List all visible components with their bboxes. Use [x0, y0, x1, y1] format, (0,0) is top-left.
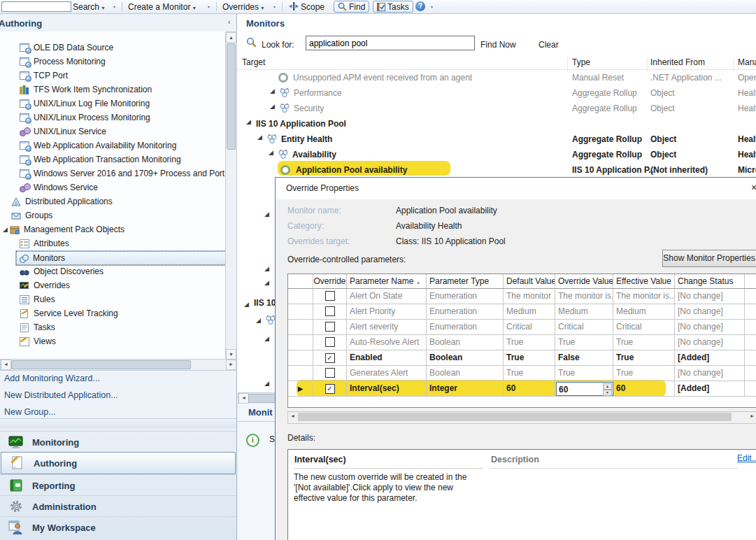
param-row-enabled[interactable]: ✓ EnabledBoolean TrueFalse True[Added]: [288, 350, 756, 366]
column-parameter-name[interactable]: Parameter Name ▲: [347, 274, 427, 288]
sidebar-item-process-monitoring[interactable]: Process Monitoring: [0, 55, 225, 69]
scrollbar-thumb[interactable]: [11, 360, 191, 369]
monitor-row-security[interactable]: ◢ Security Aggregate Rollup Object Healt: [237, 101, 756, 116]
spin-up-icon[interactable]: ▲: [603, 383, 612, 390]
param-row-auto-resolve-alert[interactable]: Auto-Resolve AlertBoolean TrueTrue True[…: [288, 335, 756, 350]
monitor-group-iis10-app-pool[interactable]: ◢ IIS 10 Application Pool: [237, 116, 756, 132]
column-inherited-from[interactable]: Inherited From: [650, 57, 705, 67]
monitor-row-unsupported-apm[interactable]: Unsupported APM event received from an a…: [237, 70, 756, 85]
column-management-pack[interactable]: Mana: [738, 57, 756, 67]
param-row-alert-priority[interactable]: Alert PriorityEnumeration MediumMedium M…: [288, 304, 756, 320]
help-icon[interactable]: ?: [415, 1, 425, 11]
scroll-left-icon[interactable]: ◄: [1, 360, 11, 370]
sidebar-item-unix-log-file[interactable]: UNIX/Linux Log File Monitoring: [0, 97, 225, 111]
tasks-page-icon: [20, 323, 29, 332]
sidebar-item-service-level-tracking[interactable]: Service Level Tracking: [0, 306, 225, 320]
scroll-up-icon[interactable]: ▲: [226, 32, 236, 43]
sidebar-item-tasks[interactable]: Tasks: [0, 320, 225, 334]
sidebar-item-overrides[interactable]: Overrides: [0, 278, 225, 292]
param-row-alert-severity[interactable]: Alert severityEnumeration CriticalCritic…: [288, 320, 756, 335]
override-checkbox-checked[interactable]: ✓: [325, 353, 335, 363]
sidebar-item-tfs-work-item-sync[interactable]: TFS Work Item Synchronization: [0, 83, 225, 97]
sidebar-item-views[interactable]: Views: [0, 334, 225, 348]
sidebar-item-win-server-2016[interactable]: Windows Server 2016 and 1709+ Process an…: [0, 166, 225, 180]
param-row-alert-on-state[interactable]: Alert On StateEnumeration The monitor ..…: [288, 289, 756, 304]
sidebar-item-unix-process[interactable]: UNIX/Linux Process Monitoring: [0, 111, 225, 125]
column-override[interactable]: Override: [313, 274, 347, 288]
sidebar-item-unix-service[interactable]: UNIX/Linux Service: [0, 125, 225, 138]
override-checkbox[interactable]: [325, 306, 335, 316]
override-checkbox[interactable]: [325, 322, 335, 332]
sidebar-item-management-pack-objects[interactable]: ◢Management Pack Objects: [0, 222, 225, 236]
show-monitor-properties-button[interactable]: Show Monitor Properties...: [662, 250, 756, 267]
nav-reporting[interactable]: Reporting: [0, 474, 236, 496]
monitor-row-entity-health[interactable]: ◢ Entity Health Aggregate Rollup Object …: [237, 132, 756, 147]
add-monitoring-wizard-link[interactable]: Add Monitoring Wizard...: [4, 374, 100, 383]
list-horizontal-scrollbar[interactable]: ◄: [238, 392, 279, 404]
find-button[interactable]: Find: [334, 1, 369, 13]
scroll-left-icon[interactable]: ◄: [290, 413, 295, 418]
monitor-row-application-pool-availability[interactable]: Application Pool availability IIS 10 App…: [237, 162, 756, 178]
column-target[interactable]: Target: [242, 57, 265, 67]
scroll-left-icon[interactable]: ◄: [238, 393, 249, 404]
sidebar-item-windows-service[interactable]: Windows Service: [0, 180, 225, 194]
sidebar-item-object-discoveries[interactable]: Object Discoveries: [0, 264, 225, 278]
nav-administration[interactable]: Administration: [0, 495, 236, 517]
search-menu[interactable]: Search ▾: [73, 2, 104, 12]
spin-down-icon[interactable]: ▼: [603, 390, 612, 396]
new-group-link[interactable]: New Group...: [4, 407, 56, 417]
param-row-interval-sec[interactable]: ▶ ✓ Interval(sec)Integer 60 60[Added]: [288, 381, 756, 397]
column-change-status[interactable]: Change Status: [675, 274, 745, 288]
toolbar-overflow-icon[interactable]: ▾: [113, 4, 115, 9]
sidebar-item-distributed-applications[interactable]: Distributed Applications: [0, 194, 225, 208]
find-now-button[interactable]: Find Now: [480, 40, 516, 50]
toolbar-overflow-icon[interactable]: ▾: [431, 4, 433, 9]
scroll-down-icon[interactable]: ▼: [226, 349, 236, 360]
scroll-right-icon[interactable]: ►: [226, 360, 236, 370]
sidebar-item-groups[interactable]: Groups: [0, 208, 225, 222]
sidebar-item-rules[interactable]: Rules: [0, 292, 225, 306]
column-default-value[interactable]: Default Value: [504, 274, 555, 288]
tree-vertical-scrollbar[interactable]: ▲ ▼: [225, 31, 237, 360]
nav-my-workspace[interactable]: My Workspace: [0, 516, 236, 538]
sidebar-item-web-app-transaction[interactable]: Web Application Transaction Monitoring: [0, 152, 225, 166]
column-parameter-type[interactable]: Parameter Type: [427, 274, 504, 288]
column-type[interactable]: Type: [572, 57, 590, 67]
nav-monitoring[interactable]: Monitoring: [0, 431, 236, 453]
sidebar-item-ole-db-data-source[interactable]: OLE DB Data Source: [0, 41, 225, 55]
close-icon[interactable]: ×: [751, 182, 756, 193]
look-for-input[interactable]: [306, 36, 475, 50]
sidebar-item-web-app-availability[interactable]: Web Application Availability Monitoring: [0, 138, 225, 152]
scope-button[interactable]: Scope: [301, 2, 324, 12]
scroll-right-icon[interactable]: ►: [750, 413, 755, 418]
scrollbar-thumb[interactable]: [248, 394, 278, 403]
override-checkbox-checked[interactable]: ✓: [325, 384, 335, 394]
param-row-generates-alert[interactable]: Generates AlertBoolean TrueTrue True[No …: [288, 366, 756, 381]
tasks-button[interactable]: Tasks: [373, 1, 413, 13]
sidebar-item-attributes[interactable]: Attributes: [0, 236, 225, 250]
toolbar-search-input[interactable]: [1, 1, 71, 12]
nav-authoring[interactable]: Authoring: [1, 452, 236, 474]
scrollbar-thumb[interactable]: [227, 43, 236, 150]
column-override-value[interactable]: Override Value: [555, 274, 613, 288]
override-checkbox[interactable]: [325, 291, 335, 301]
clear-button[interactable]: Clear: [539, 40, 559, 50]
edit-link[interactable]: Edit...: [737, 453, 756, 463]
toolbar-overflow-icon[interactable]: ▾: [273, 4, 276, 9]
create-a-monitor-menu[interactable]: Create a Monitor ▾: [128, 2, 196, 12]
tree-horizontal-scrollbar[interactable]: ◄ ►: [0, 359, 237, 371]
scrollbar-thumb[interactable]: [298, 413, 732, 421]
column-effective-value[interactable]: Effective Value: [613, 274, 675, 288]
toolbar-overflow-icon[interactable]: ▾: [208, 4, 210, 9]
monitor-row-performance[interactable]: ◢ Performance Aggregate Rollup Object He…: [237, 85, 756, 101]
dialog-horizontal-scrollbar[interactable]: ◄ ►: [287, 411, 756, 424]
monitor-row-availability[interactable]: ◢ Availability Aggregate Rollup Object H…: [237, 147, 756, 162]
collapse-pane-icon[interactable]: ‹: [228, 17, 231, 26]
overrides-menu[interactable]: Overrides ▾: [222, 2, 264, 12]
override-checkbox[interactable]: [325, 368, 335, 378]
new-distributed-application-link[interactable]: New Distributed Application...: [4, 390, 118, 400]
override-value-spinner[interactable]: 60 ▲ ▼: [556, 382, 613, 396]
sidebar-item-monitors[interactable]: Monitors: [15, 250, 225, 266]
override-checkbox[interactable]: [325, 337, 335, 347]
sidebar-item-tcp-port[interactable]: TCP Port: [0, 69, 225, 83]
